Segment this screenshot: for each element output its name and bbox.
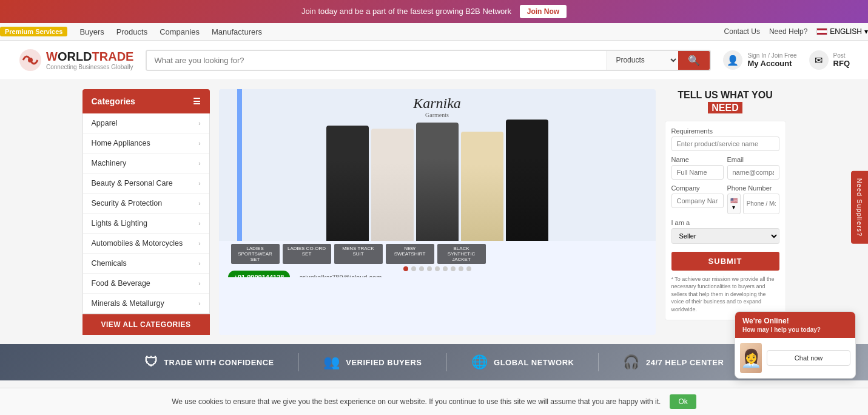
chat-title: We're Online!	[742, 317, 848, 325]
header: WORLDTRADE Connecting Businesses Globall…	[0, 41, 868, 80]
fashion-figure-1	[326, 126, 369, 241]
categories-header: Categories ☰	[82, 89, 210, 113]
phone-badge[interactable]: +91 9999144128	[228, 271, 291, 277]
shield-icon: 🛡	[144, 354, 158, 370]
tell-us-panel: TELL US WHAT YOU NEED Requirements Name …	[665, 89, 786, 335]
category-item-home-appliances[interactable]: Home Appliances ›	[83, 133, 209, 154]
dot-9[interactable]	[466, 266, 471, 271]
chat-body: 👩‍💼 Chat now	[735, 338, 855, 378]
company-group: Company	[671, 184, 724, 214]
svg-point-1	[28, 58, 33, 62]
dot-5[interactable]	[435, 266, 440, 271]
language-label: ENGLISH	[830, 27, 862, 36]
category-item-lights[interactable]: Lights & Lighting ›	[83, 214, 209, 234]
category-item-security[interactable]: Security & Protection ›	[83, 194, 209, 214]
dot-1[interactable]	[403, 266, 408, 271]
rfq-button[interactable]: ✉ Post RFQ	[809, 50, 850, 70]
category-item-automobiles[interactable]: Automobiles & Motorcycles ›	[83, 234, 209, 254]
account-button[interactable]: 👤 Sign In / Join Free My Account	[723, 50, 796, 70]
need-suppliers-tab[interactable]: Need Suppliers?	[851, 171, 868, 244]
rfq-icon: ✉	[809, 50, 829, 70]
chat-button[interactable]: Chat now	[767, 350, 850, 366]
flag-icon	[816, 28, 827, 35]
premium-badge[interactable]: Premium Services	[0, 27, 67, 36]
phone-label: Phone Number	[727, 184, 779, 192]
dot-4[interactable]	[427, 266, 432, 271]
dot-8[interactable]	[459, 266, 463, 271]
category-item-apparel[interactable]: Apparel ›	[83, 113, 209, 133]
feature-label: TRADE WITH CONFIDENCE	[164, 358, 274, 367]
main-content: Categories ☰ Apparel › Home Appliances ›…	[70, 80, 798, 344]
chevron-icon: ›	[198, 300, 200, 307]
nav-buyers[interactable]: Buyers	[79, 27, 104, 36]
language-selector[interactable]: ENGLISH ▾	[816, 27, 868, 36]
chat-widget: We're Online! How may I help you today? …	[735, 311, 856, 379]
category-item-chemicals[interactable]: Chemicals ›	[83, 254, 209, 274]
product-label-2: LADIES CO-ORD SET	[283, 244, 331, 264]
nav-products[interactable]: Products	[116, 27, 147, 36]
feature-label: GLOBAL NETWORK	[494, 358, 574, 367]
chevron-icon: ›	[198, 180, 200, 187]
email-input[interactable]	[727, 165, 779, 180]
search-category-select[interactable]: Products Companies Manufacturers Buyers	[607, 51, 678, 70]
category-label: Minerals & Metallurgy	[92, 299, 164, 308]
submit-button[interactable]: SUBMIT	[671, 252, 779, 271]
headset-icon: 🎧	[623, 354, 640, 370]
company-label: Company	[671, 184, 724, 192]
categories-list: Apparel › Home Appliances › Machinery › …	[82, 113, 210, 314]
slider-area: Karnika Garments LADIES SPORTSWEAR SET L…	[219, 89, 656, 335]
category-label: Lights & Lighting	[92, 219, 147, 228]
fashion-figure-5	[506, 120, 548, 241]
need-help-link[interactable]: Need Help?	[769, 27, 807, 36]
dot-7[interactable]	[451, 266, 456, 271]
cookie-text: We use cookies to ensure that we give yo…	[172, 397, 661, 406]
chevron-icon: ›	[198, 160, 200, 167]
chat-subtitle: How may I help you today?	[742, 326, 848, 333]
globe-icon: 🌐	[471, 354, 488, 370]
company-input[interactable]	[671, 194, 724, 208]
fashion-figure-3	[416, 123, 459, 241]
chevron-icon: ›	[198, 200, 200, 207]
phone-input[interactable]	[743, 194, 779, 214]
category-label: Beauty & Personal Care	[92, 179, 173, 187]
cookie-banner: We use cookies to ensure that we give yo…	[0, 388, 868, 415]
cookie-ok-button[interactable]: Ok	[670, 394, 696, 409]
company-phone-row: Company Phone Number 🇺🇸▾	[671, 184, 779, 219]
chevron-icon: ›	[198, 240, 200, 247]
search-input[interactable]	[147, 51, 607, 70]
dot-6[interactable]	[443, 266, 448, 271]
role-select[interactable]: Seller Buyer Both	[671, 228, 779, 244]
name-input[interactable]	[671, 165, 724, 180]
view-all-categories-button[interactable]: VIEW ALL CATEGORIES	[82, 314, 210, 335]
requirements-label: Requirements	[671, 127, 779, 135]
dot-2[interactable]	[411, 266, 416, 271]
menu-icon[interactable]: ☰	[193, 96, 201, 106]
product-label-1: LADIES SPORTSWEAR SET	[231, 244, 280, 264]
dot-3[interactable]	[419, 266, 424, 271]
role-group: I am a Seller Buyer Both	[671, 219, 779, 244]
contact-us-link[interactable]: Contact Us	[724, 27, 760, 36]
brand-logo: Karnika Garments	[413, 95, 461, 118]
join-now-button[interactable]: Join Now	[520, 5, 567, 18]
category-label: Chemicals	[92, 259, 127, 268]
phone-flag[interactable]: 🇺🇸▾	[727, 194, 741, 214]
fashion-figure-2	[371, 129, 414, 241]
category-item-beauty[interactable]: Beauty & Personal Care ›	[83, 174, 209, 194]
account-icon: 👤	[723, 50, 742, 70]
requirements-input[interactable]	[671, 137, 779, 151]
feature-global-network: 🌐 GLOBAL NETWORK	[447, 354, 599, 370]
category-item-machinery[interactable]: Machinery ›	[83, 154, 209, 174]
search-button[interactable]: 🔍	[678, 51, 710, 70]
phone-input-group: 🇺🇸▾	[727, 194, 779, 214]
language-chevron: ▾	[864, 27, 868, 36]
categories-title: Categories	[92, 96, 135, 106]
category-item-food[interactable]: Food & Beverage ›	[83, 274, 209, 294]
chat-avatar: 👩‍💼	[740, 343, 762, 373]
banner-text: Join today and be a part of the fastest …	[301, 7, 511, 16]
nav-companies[interactable]: Companies	[160, 27, 200, 36]
top-banner: Join today and be a part of the fastest …	[0, 0, 868, 23]
slider-image-area: Karnika Garments	[219, 89, 656, 241]
email-group: Email	[727, 156, 779, 180]
nav-manufacturers[interactable]: Manufacturers	[212, 27, 262, 36]
category-item-minerals[interactable]: Minerals & Metallurgy ›	[83, 294, 209, 314]
